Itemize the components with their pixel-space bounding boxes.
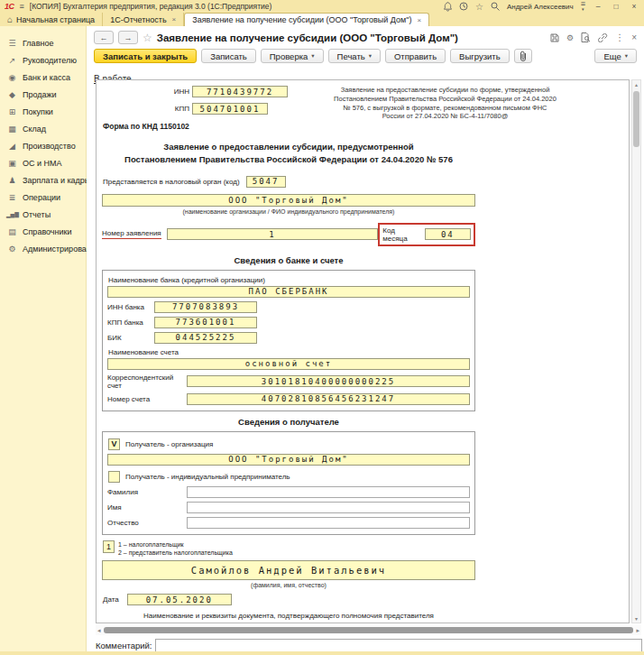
settings-gear-icon[interactable]: ⚙ (566, 33, 574, 42)
recipient-section-title: Сведения о получателе (102, 417, 475, 427)
export-label: Выгрузить (459, 51, 501, 61)
search-icon[interactable] (491, 2, 500, 11)
sidebar-item-bank-cash[interactable]: ◉Банк и касса (0, 69, 86, 86)
attachments-button[interactable] (514, 49, 532, 63)
tab-1c-reporting[interactable]: 1С-Отчетность × (103, 13, 184, 26)
recipient-entrepreneur-checkbox[interactable] (108, 471, 120, 483)
sidebar-item-reports[interactable]: ▂▅▇Отчеты (0, 206, 86, 223)
export-button[interactable]: Выгрузить (450, 49, 510, 63)
sidebar-item-fixed-assets[interactable]: ▣ОС и НМА (0, 154, 86, 171)
more-icon[interactable]: ⋮ (615, 32, 624, 42)
favorites-star-icon[interactable]: ☆ (475, 2, 483, 12)
organization-name-caption: (наименование организации / ФИО индивиду… (102, 208, 475, 215)
firstname-field[interactable] (187, 502, 470, 513)
middlename-label: Отчество (107, 519, 187, 527)
bank-name-field[interactable]: ПАО СБЕРБАНК (107, 286, 470, 298)
forward-button[interactable]: → (118, 31, 138, 44)
middlename-field[interactable] (187, 517, 470, 529)
scroll-left-icon[interactable]: ◂ (97, 627, 101, 634)
horizontal-scrollbar[interactable]: ◂ ▸ (96, 625, 641, 635)
paperclip-icon (520, 51, 527, 61)
month-code-group: Код месяца 04 (378, 223, 475, 246)
tax-authority-code-field[interactable]: 5047 (246, 176, 286, 188)
tab-1c-reporting-label: 1С-Отчетность (110, 15, 166, 24)
sidebar-item-manager[interactable]: ↗Руководителю (0, 51, 86, 69)
scroll-right-icon[interactable]: ▸ (636, 627, 639, 634)
1c-logo: 1С (5, 2, 14, 11)
date-field[interactable]: 07.05.2020 (127, 594, 232, 605)
correspondent-account-field[interactable]: 30101810400000000225 (187, 375, 470, 387)
check-button[interactable]: Проверка▾ (261, 49, 324, 63)
main-menu-icon[interactable]: ≡ (20, 2, 24, 11)
bank-inn-field[interactable]: 7707083893 (154, 301, 257, 313)
knd-code-label: Форма по КНД 1150102 (103, 122, 621, 131)
check-label: Проверка (270, 51, 308, 61)
maximize-button[interactable]: □ (611, 2, 621, 11)
signer-type-field[interactable]: 1 (103, 540, 115, 553)
sidebar-item-warehouse[interactable]: ▦Склад (0, 120, 86, 137)
print-button[interactable]: Печать▾ (328, 49, 381, 63)
tab-home[interactable]: ⌂ Начальная страница (0, 13, 103, 26)
minimize-button[interactable]: – (593, 2, 603, 11)
send-label: Отправить (394, 51, 437, 61)
more-actions-button[interactable]: Еще▾ (594, 49, 637, 63)
sidebar-item-payroll-hr[interactable]: ♟Зарплата и кадры (0, 171, 86, 189)
recipient-organization-name-field[interactable]: ООО "Торговый Дом" (107, 454, 470, 466)
bik-field[interactable]: 044525225 (154, 332, 257, 344)
sidebar-item-label: Справочники (23, 227, 72, 236)
sidebar-item-directories[interactable]: ▤Справочники (0, 223, 86, 240)
tab-subsidy-application-label: Заявление на получение субсидии (ООО "То… (192, 15, 411, 24)
account-name-value: основной счет (245, 359, 332, 368)
account-name-label: Наименование счета (108, 348, 470, 356)
history-icon[interactable] (459, 2, 468, 11)
signer-type-note-1: 1 – налогоплательщик (118, 541, 184, 548)
tab-close-icon[interactable]: × (172, 15, 177, 23)
representative-document-field[interactable] (102, 623, 475, 623)
save-button[interactable]: Записать (201, 49, 256, 63)
sidebar-item-production[interactable]: ◢Производство (0, 137, 86, 154)
save-icon[interactable] (550, 33, 559, 42)
fixed-assets-icon: ▣ (6, 159, 18, 168)
back-button[interactable]: ← (94, 31, 114, 44)
close-window-button[interactable]: × (629, 2, 639, 11)
inn-field[interactable]: 7710439772 (192, 86, 288, 97)
account-number-field[interactable]: 40702810856456231247 (187, 393, 470, 405)
signer-name-field[interactable]: Самойлов Андрей Витальевич (102, 560, 475, 580)
service-menu-icon[interactable]: ≡▾ (581, 1, 585, 12)
get-link-icon[interactable] (598, 33, 608, 42)
current-user[interactable]: Андрей Алексеевич (507, 3, 574, 11)
sections-sidebar: ☰Главное ↗Руководителю ◉Банк и касса ◆Пр… (0, 26, 87, 655)
bank-kpp-field[interactable]: 773601001 (154, 317, 257, 328)
tab-subsidy-application[interactable]: Заявление на получение субсидии (ООО "То… (184, 13, 429, 26)
warehouse-icon: ▦ (6, 125, 18, 134)
lastname-field[interactable] (187, 486, 470, 498)
purchases-cart-icon: ⊞ (6, 107, 18, 116)
close-form-icon[interactable]: × (631, 32, 637, 42)
kpp-field[interactable]: 504701001 (192, 103, 268, 115)
sidebar-item-label: Покупки (23, 107, 53, 116)
vertical-scroll-thumb[interactable] (633, 91, 639, 147)
sidebar-item-administration[interactable]: ⚙Администрирование (0, 240, 86, 257)
account-name-field[interactable]: основной счет (107, 358, 470, 370)
send-button[interactable]: Отправить (385, 49, 446, 63)
horizontal-scroll-thumb[interactable] (104, 627, 634, 633)
sidebar-item-purchases[interactable]: ⊞Покупки (0, 103, 86, 120)
recipient-organization-checkbox[interactable]: V (108, 438, 120, 450)
scroll-down-icon[interactable]: ▾ (632, 615, 640, 622)
comment-input[interactable] (155, 639, 642, 652)
notifications-bell-icon[interactable] (444, 2, 452, 12)
month-code-field[interactable]: 04 (425, 228, 471, 240)
sidebar-item-sales[interactable]: ◆Продажи (0, 86, 86, 103)
favorite-star-icon[interactable]: ☆ (143, 32, 152, 44)
vertical-scrollbar[interactable]: ▴ ▾ (631, 79, 641, 623)
bik-value: 044525225 (176, 333, 236, 342)
organization-name-field[interactable]: ООО "Торговый Дом" (102, 194, 475, 207)
save-and-close-button[interactable]: Записать и закрыть (94, 49, 197, 63)
preview-icon[interactable] (581, 32, 591, 42)
sidebar-item-main[interactable]: ☰Главное (0, 34, 86, 51)
scroll-up-icon[interactable]: ▴ (632, 81, 640, 88)
tab-close-icon[interactable]: × (417, 16, 421, 24)
application-number-field[interactable]: 1 (167, 228, 379, 240)
sidebar-item-operations[interactable]: ≣Операции (0, 189, 86, 206)
directories-book-icon: ▤ (6, 227, 18, 236)
